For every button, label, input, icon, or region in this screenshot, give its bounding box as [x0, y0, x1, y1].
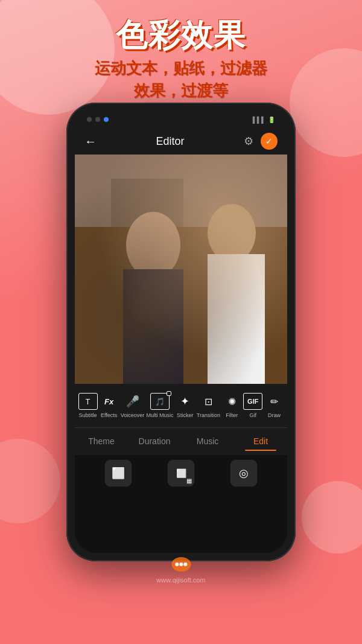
title-area: 色彩效果 运动文本，贴纸，过滤器 效果，过渡等 — [0, 18, 362, 101]
tool-filter[interactable]: ✺ Filter — [222, 393, 241, 418]
svg-point-2 — [179, 563, 183, 566]
bottom-strip: ⬜ ⬜ ▦ ◎ — [75, 455, 287, 491]
photo-overlay — [75, 155, 287, 384]
camera-dot-3 — [104, 117, 109, 122]
camera-dot-1 — [87, 117, 92, 122]
subtitle-line2: 效果，过渡等 — [134, 81, 228, 100]
filter-label: Filter — [226, 412, 238, 418]
bottom-icon-3[interactable]: ◎ — [230, 460, 257, 486]
main-title: 色彩效果 — [0, 18, 362, 53]
draw-label: Draw — [268, 412, 281, 418]
watermark-text: www.qijisoft.com — [156, 576, 205, 584]
tool-gif[interactable]: GIF Gif — [243, 393, 262, 418]
subtitle-line1: 运动文本，贴纸，过滤器 — [95, 59, 267, 77]
gif-icon: GIF — [243, 393, 262, 410]
draw-icon: ✏ — [264, 393, 284, 410]
voiceover-icon: 🎤 — [123, 393, 142, 410]
watermark: www.qijisoft.com — [156, 551, 205, 584]
tool-sticker[interactable]: ✦ Sticker — [176, 393, 195, 418]
check-icon: ✓ — [265, 136, 273, 146]
tab-music[interactable]: Music — [181, 433, 234, 450]
confirm-button[interactable]: ✓ — [261, 133, 278, 150]
status-bar: ▌▌▌ 🔋 — [75, 111, 287, 128]
effects-icon: Fx — [100, 393, 119, 410]
svg-point-1 — [175, 563, 179, 566]
subtitle: 运动文本，贴纸，过滤器 效果，过渡等 — [0, 57, 362, 101]
camera-dots — [87, 117, 109, 122]
tab-theme[interactable]: Theme — [75, 433, 128, 450]
gif-label: Gif — [250, 412, 257, 418]
bottom-icon-2[interactable]: ⬜ ▦ — [168, 460, 194, 486]
editor-right-actions: ⚙ ✓ — [244, 133, 278, 150]
editor-title: Editor — [156, 135, 184, 148]
multi-music-label: Multi Music — [147, 412, 174, 418]
tab-edit[interactable]: Edit — [234, 433, 287, 450]
phone-shell: ▌▌▌ 🔋 ← Editor ⚙ ✓ — [66, 103, 296, 561]
effects-label: Effects — [101, 412, 117, 418]
tool-subtitle[interactable]: T Subtitle — [78, 393, 98, 418]
tool-voiceover[interactable]: 🎤 Voiceover — [121, 393, 145, 418]
tab-duration[interactable]: Duration — [128, 433, 181, 450]
filter-icon: ✺ — [222, 393, 241, 410]
signal-icon: ▌▌▌ — [253, 116, 265, 123]
tool-multi-music[interactable]: 🎵 Multi Music — [147, 393, 174, 418]
camera-dot-2 — [95, 117, 100, 122]
transition-label: Transition — [197, 412, 220, 418]
sticker-label: Sticker — [177, 412, 194, 418]
tool-effects[interactable]: Fx Effects — [100, 393, 119, 418]
battery-icon: 🔋 — [268, 116, 275, 123]
editor-header: ← Editor ⚙ ✓ — [75, 128, 287, 155]
tools-toolbar: T Subtitle Fx Effects 🎤 Voiceover 🎵 M — [75, 384, 287, 427]
sticker-icon: ✦ — [176, 393, 195, 410]
voiceover-label: Voiceover — [121, 412, 145, 418]
tool-draw[interactable]: ✏ Draw — [264, 393, 284, 418]
phone-container: ▌▌▌ 🔋 ← Editor ⚙ ✓ — [66, 103, 296, 561]
back-button[interactable]: ← — [84, 135, 97, 148]
status-icons: ▌▌▌ 🔋 — [253, 116, 275, 123]
chat-bubble-icon — [169, 551, 193, 575]
multi-music-icon: 🎵 — [150, 393, 170, 410]
settings-icon[interactable]: ⚙ — [244, 135, 253, 148]
tab-bar: Theme Duration Music Edit — [75, 427, 287, 455]
subtitle-label: Subtitle — [79, 412, 97, 418]
transition-icon: ⊡ — [198, 393, 218, 410]
bottom-icon-1[interactable]: ⬜ — [105, 460, 132, 486]
svg-point-3 — [183, 563, 187, 566]
video-preview — [75, 155, 287, 384]
phone-screen: ▌▌▌ 🔋 ← Editor ⚙ ✓ — [75, 111, 287, 553]
subtitle-icon: T — [78, 393, 98, 410]
tool-transition[interactable]: ⊡ Transition — [197, 393, 220, 418]
